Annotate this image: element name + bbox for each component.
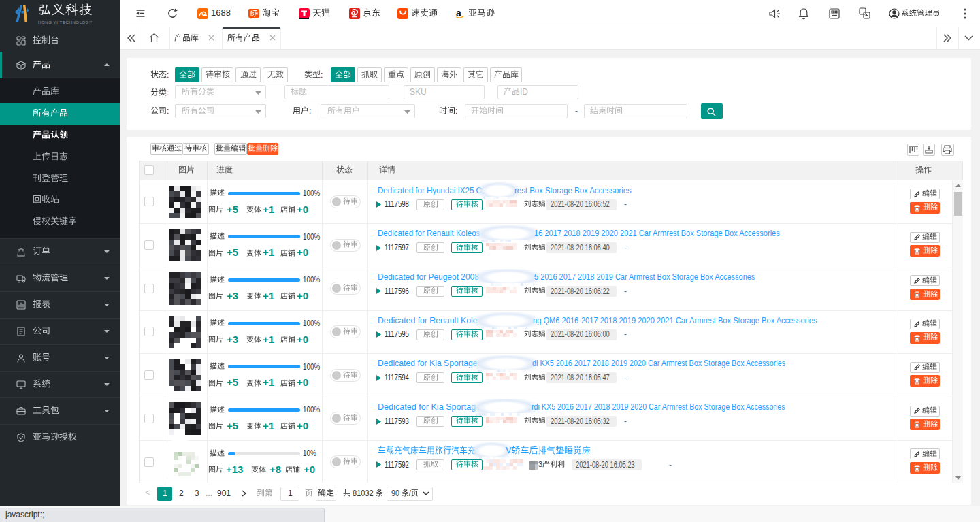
svg-text:2021-08-20 16:05:47: 2021-08-20 16:05:47 bbox=[551, 373, 610, 382]
svg-text:-: - bbox=[624, 199, 627, 209]
svg-text:HONG YI TECHNOLOGY: HONG YI TECHNOLOGY bbox=[38, 20, 93, 25]
svg-text:+0: +0 bbox=[304, 463, 315, 475]
svg-text:1117593: 1117593 bbox=[385, 416, 409, 425]
svg-text:-: - bbox=[624, 416, 627, 425]
svg-text:3: 3 bbox=[538, 460, 542, 468]
svg-text:V: V bbox=[506, 445, 512, 455]
svg-text:1117596: 1117596 bbox=[385, 286, 409, 295]
svg-text:2: 2 bbox=[179, 488, 184, 497]
svg-text:16 2017 2018 2019 2020 2021 Ca: 16 2017 2018 2019 2020 2021 Car Armrest … bbox=[534, 229, 780, 239]
svg-text:+0: +0 bbox=[297, 420, 308, 431]
svg-text:rest Box Storage Box Accessori: rest Box Storage Box Accessories bbox=[514, 185, 632, 195]
svg-text:2021-08-20 16:05:23: 2021-08-20 16:05:23 bbox=[576, 459, 635, 468]
svg-text:81032: 81032 bbox=[350, 489, 376, 497]
svg-text:2021-08-20 16:06:00: 2021-08-20 16:06:00 bbox=[551, 329, 610, 338]
svg-text:+1: +1 bbox=[263, 333, 274, 345]
svg-text:100%: 100% bbox=[303, 188, 320, 197]
svg-text:5 2016 2017 2018 2019 Car Armr: 5 2016 2017 2018 2019 Car Armrest Box St… bbox=[534, 272, 755, 282]
svg-text:1117597: 1117597 bbox=[385, 243, 409, 252]
svg-text:rdi KX5 2016 2017 2018 2019 20: rdi KX5 2016 2017 2018 2019 2020 Car Arm… bbox=[532, 402, 785, 412]
svg-text:90: 90 bbox=[391, 489, 402, 497]
svg-text:Dedicated for Peugeot 2008: Dedicated for Peugeot 2008 bbox=[378, 272, 479, 282]
svg-text:ng QM6 2016-2017 2018 2019 202: ng QM6 2016-2017 2018 2019 2020 2021 Car… bbox=[533, 315, 817, 325]
svg-text:di KX5 2016 2017 2018 2019 202: di KX5 2016 2017 2018 2019 2020 Car Armr… bbox=[532, 359, 785, 369]
svg-text::: : bbox=[167, 69, 169, 79]
svg-text:-: - bbox=[575, 106, 578, 116]
svg-text:2021-08-20 16:06:40: 2021-08-20 16:06:40 bbox=[551, 242, 610, 251]
svg-text:1: 1 bbox=[163, 488, 167, 497]
svg-text:1: 1 bbox=[288, 488, 293, 497]
svg-text:Dedicated for Renault Koleos: Dedicated for Renault Koleos bbox=[378, 229, 480, 239]
svg-text:+1: +1 bbox=[263, 203, 274, 215]
svg-text:+1: +1 bbox=[263, 290, 274, 301]
svg-text:+0: +0 bbox=[297, 333, 308, 345]
svg-text:+1: +1 bbox=[263, 246, 274, 258]
svg-text:+8: +8 bbox=[270, 463, 281, 475]
svg-text:-: - bbox=[624, 373, 627, 382]
svg-text::: : bbox=[167, 87, 169, 97]
svg-text:2021-08-20 16:06:52: 2021-08-20 16:06:52 bbox=[551, 199, 610, 208]
svg-text::: : bbox=[167, 106, 169, 116]
svg-text:-: - bbox=[624, 286, 627, 295]
svg-text:1117595: 1117595 bbox=[385, 329, 409, 338]
svg-text:SKU: SKU bbox=[410, 87, 427, 97]
svg-text:2021-08-20 16:06:22: 2021-08-20 16:06:22 bbox=[551, 286, 610, 295]
svg-text:901: 901 bbox=[217, 488, 231, 497]
svg-text:ID: ID bbox=[520, 87, 528, 97]
svg-text:2021-08-20 16:05:32: 2021-08-20 16:05:32 bbox=[551, 416, 610, 425]
svg-text:+3: +3 bbox=[227, 290, 238, 301]
svg-text:+5: +5 bbox=[227, 203, 238, 215]
svg-text:100%: 100% bbox=[303, 231, 320, 240]
svg-text::: : bbox=[309, 106, 311, 116]
svg-text:3: 3 bbox=[195, 488, 199, 497]
svg-text:100%: 100% bbox=[303, 361, 320, 370]
svg-text:100%: 100% bbox=[303, 405, 320, 414]
svg-text:+5: +5 bbox=[227, 420, 238, 431]
svg-text:+13: +13 bbox=[226, 463, 243, 475]
svg-text:+5: +5 bbox=[227, 246, 238, 258]
svg-text:100%: 100% bbox=[303, 275, 320, 284]
svg-text:-: - bbox=[669, 459, 672, 469]
svg-text:100%: 100% bbox=[303, 319, 320, 327]
svg-text:+0: +0 bbox=[297, 203, 308, 215]
svg-text:-: - bbox=[624, 329, 627, 339]
svg-text:javascript:;: javascript:; bbox=[5, 510, 44, 519]
svg-text:1688: 1688 bbox=[211, 8, 231, 18]
svg-text:+0: +0 bbox=[297, 290, 308, 301]
svg-text:...: ... bbox=[206, 488, 212, 497]
svg-text:+3: +3 bbox=[227, 333, 238, 345]
svg-text:Dedicated for Kia Sportage: Dedicated for Kia Sportage bbox=[378, 359, 478, 368]
svg-text:10%: 10% bbox=[303, 448, 316, 457]
svg-text:Dedicated for Renault Kole: Dedicated for Renault Kole bbox=[378, 316, 478, 325]
svg-text:+0: +0 bbox=[297, 246, 308, 258]
svg-text::: : bbox=[321, 69, 323, 79]
svg-text:1117592: 1117592 bbox=[385, 459, 409, 468]
svg-text:/: / bbox=[409, 489, 412, 497]
svg-text:+1: +1 bbox=[263, 377, 274, 389]
svg-text:-: - bbox=[624, 243, 627, 252]
svg-text:1117598: 1117598 bbox=[385, 199, 409, 208]
svg-text:+5: +5 bbox=[227, 377, 238, 389]
svg-text:1117594: 1117594 bbox=[385, 373, 409, 382]
svg-text:Dedicated for Hyundai IX25 C: Dedicated for Hyundai IX25 C bbox=[378, 185, 482, 195]
svg-text:+1: +1 bbox=[263, 420, 274, 431]
svg-text:Dedicated for Kia Sportag: Dedicated for Kia Sportag bbox=[378, 402, 476, 412]
svg-text:<: < bbox=[145, 488, 150, 498]
svg-text:+0: +0 bbox=[297, 377, 308, 389]
svg-text::: : bbox=[455, 106, 457, 116]
